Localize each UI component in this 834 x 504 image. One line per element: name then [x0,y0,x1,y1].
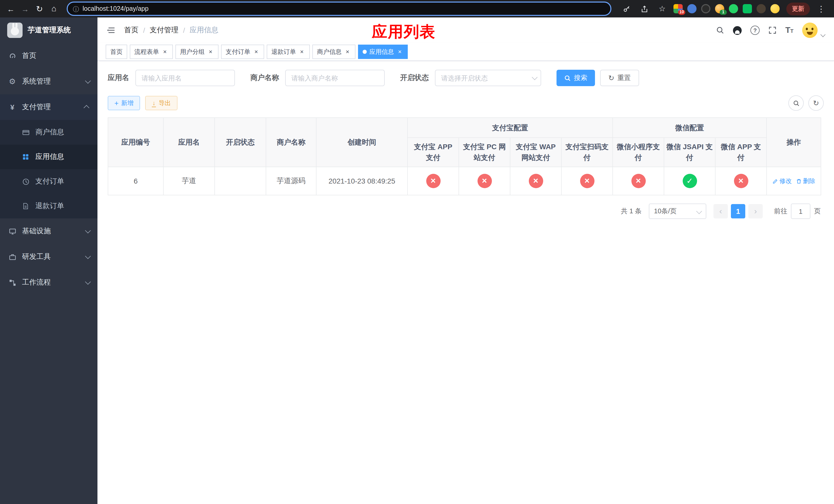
sidebar-item-label: 研发工具 [22,252,51,261]
edit-button[interactable]: 修改 [772,177,792,185]
disabled-x-icon [580,174,594,188]
home-icon[interactable] [47,2,61,15]
tab-payment-order[interactable]: 支付订单 [221,45,264,59]
next-page-button[interactable] [748,204,763,219]
reset-button[interactable]: 重置 [600,70,639,86]
extension-icon[interactable] [701,4,710,13]
tab-process-form[interactable]: 流程表单 [130,45,173,59]
delete-button-label: 删除 [803,177,815,185]
profile-extension-icon[interactable]: 1 [715,4,724,13]
active-tab-dot [363,50,367,54]
app-name-input[interactable] [135,70,235,86]
address-bar[interactable]: localhost:1024/pay/app [67,2,611,16]
toggle-search-button[interactable] [788,95,804,111]
app-logo-row[interactable]: 芋道管理系统 [0,18,97,43]
site-info-icon[interactable] [73,4,79,14]
disabled-x-icon [734,174,748,188]
col-header-status: 开启状态 [215,118,266,167]
delete-button[interactable]: 删除 [796,177,815,185]
back-icon[interactable] [4,2,18,15]
add-button[interactable]: 新增 [108,96,140,110]
close-icon[interactable] [207,48,214,55]
breadcrumb-current: 应用信息 [190,26,219,35]
sidebar-item-payment-order[interactable]: 支付订单 [0,169,97,194]
breadcrumb-section[interactable]: 支付管理 [150,26,178,35]
url-text[interactable]: localhost:1024/pay/app [83,5,149,12]
reload-icon[interactable] [33,2,46,15]
tab-label: 用户分组 [180,47,205,56]
search-button-label: 搜索 [574,73,587,83]
refresh-icon [608,74,614,82]
tab-user-group[interactable]: 用户分组 [175,45,219,59]
cell-app-id: 6 [108,167,163,195]
app-table: 应用编号 应用名 开启状态 商户名称 创建时间 支付宝配置 微信配置 操作 支付… [108,117,821,196]
yen-icon [8,103,16,111]
goto-page-input[interactable] [791,204,810,219]
sidebar-item-merchant-info[interactable]: 商户信息 [0,120,97,144]
export-button[interactable]: 导出 [145,96,177,110]
col-header-alipay-wap: 支付宝 WAP 网站支付 [510,138,562,167]
extension-icon[interactable] [756,4,766,13]
col-header-wechat-mini: 微信小程序支付 [613,138,664,167]
close-icon[interactable] [396,48,403,55]
merchant-name-input[interactable] [285,70,385,86]
workflow-icon [8,279,16,287]
search-button[interactable]: 搜索 [556,70,595,86]
logo-avatar [7,23,23,38]
sidebar-item-refund-order[interactable]: 退款订单 [0,194,97,219]
col-header-alipay-qr: 支付宝扫码支付 [562,138,613,167]
browser-update-button[interactable]: 更新 [786,2,810,15]
extension-icon[interactable] [687,4,697,13]
profile-avatar-icon[interactable] [770,4,780,13]
close-icon[interactable] [299,48,305,55]
extension-icon[interactable] [743,4,752,13]
avatar-chevron-down-icon[interactable] [820,32,826,37]
sidebar-fold-icon[interactable] [107,26,116,35]
bookmark-star-icon[interactable] [656,2,669,15]
page-1-button[interactable]: 1 [731,204,745,219]
disabled-x-icon [631,174,645,188]
forward-icon[interactable] [19,2,32,15]
group-header-wechat: 微信配置 [613,118,767,138]
fullscreen-icon[interactable] [768,26,776,35]
tab-app-info[interactable]: 应用信息 [358,45,408,59]
help-icon[interactable] [750,26,760,35]
goto-label: 前往 [774,207,787,216]
gear-icon [8,77,16,86]
tab-home[interactable]: 首页 [106,45,127,59]
sidebar-item-system-mgmt[interactable]: 系统管理 [0,69,97,94]
sidebar-item-infrastructure[interactable]: 基础设施 [0,219,97,244]
breadcrumb-separator [183,26,185,35]
search-icon[interactable] [716,26,724,35]
reset-button-label: 重置 [617,73,631,83]
plus-icon [114,99,118,107]
close-icon[interactable] [344,48,351,55]
sidebar-item-app-info[interactable]: 应用信息 [0,144,97,169]
sidebar-item-workflow[interactable]: 工作流程 [0,270,97,295]
browser-menu-icon[interactable] [814,2,828,15]
tab-merchant-info[interactable]: 商户信息 [312,45,355,59]
disabled-x-icon [477,174,491,188]
user-avatar[interactable] [802,23,818,38]
col-header-wechat-jsapi: 微信 JSAPI 支付 [664,138,715,167]
page-size-select[interactable]: 10条/页 [649,204,706,219]
sidebar-item-payment-mgmt[interactable]: 支付管理 [0,94,97,120]
sidebar-item-dev-tools[interactable]: 研发工具 [0,244,97,270]
tab-label: 支付订单 [226,47,250,56]
prev-page-button[interactable] [714,204,728,219]
github-icon[interactable] [733,26,742,35]
status-select[interactable] [435,70,541,86]
font-size-icon[interactable] [785,26,793,35]
tab-refund-order[interactable]: 退款订单 [267,45,310,59]
browser-actions: 10 1 更新 [618,2,830,15]
tabs-bar: 首页 流程表单 用户分组 支付订单 退款订单 [97,43,834,61]
extension-icon[interactable] [729,4,738,13]
close-icon[interactable] [253,48,260,55]
close-icon[interactable] [161,48,168,55]
share-icon[interactable] [638,2,651,15]
refresh-table-button[interactable] [808,95,824,111]
extension-icon[interactable]: 10 [674,4,683,13]
password-key-icon[interactable] [620,2,633,15]
sidebar-item-home[interactable]: 首页 [0,43,97,69]
breadcrumb-home[interactable]: 首页 [124,26,138,35]
